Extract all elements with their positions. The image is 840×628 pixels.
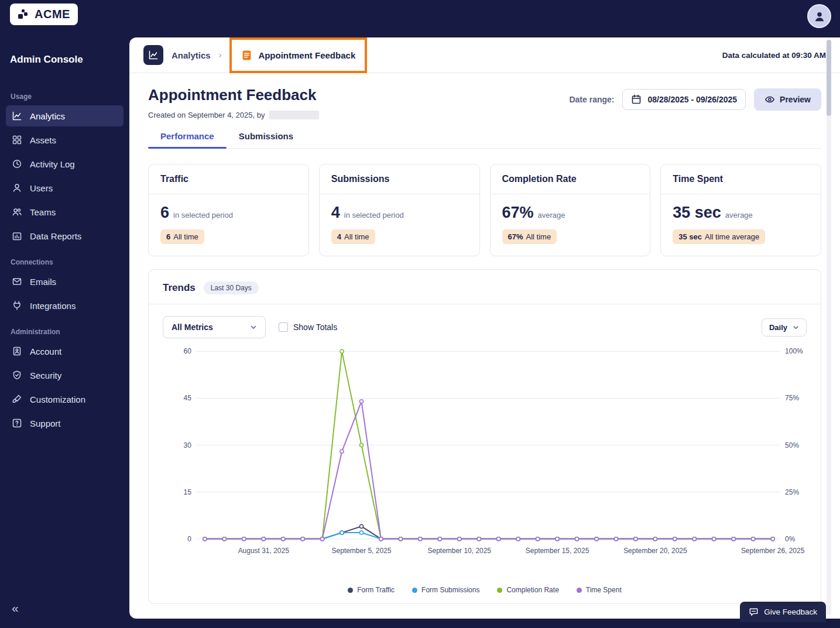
stat-badge: 4All time — [331, 229, 375, 244]
chevron-down-icon — [793, 324, 799, 331]
stat-value: 67% — [502, 204, 534, 222]
svg-text:60: 60 — [183, 347, 191, 355]
legend-label: Time Spent — [586, 586, 622, 594]
sidebar-item-label: Emails — [30, 277, 56, 287]
tab-submissions[interactable]: Submissions — [227, 131, 306, 148]
stat-value: 4 — [331, 204, 340, 222]
breadcrumb-highlight-box: Appointment Feedback — [229, 37, 367, 73]
acme-logo-text: ACME — [35, 8, 70, 21]
redacted-author — [269, 111, 319, 119]
stat-cards: Traffic 6 in selected period 6All time S… — [148, 164, 821, 256]
sidebar-item-users[interactable]: Users — [6, 177, 124, 198]
trends-title: Trends — [163, 282, 196, 294]
sidebar-item-assets[interactable]: Assets — [6, 129, 124, 150]
svg-text:100%: 100% — [785, 347, 803, 355]
legend-label: Form Submissions — [421, 586, 479, 594]
legend-item[interactable]: Form Submissions — [412, 586, 479, 594]
sidebar-item-analytics[interactable]: Analytics — [6, 105, 124, 126]
give-feedback-button[interactable]: Give Feedback — [740, 602, 826, 622]
svg-text:0%: 0% — [785, 535, 796, 543]
sidebar-item-label: Integrations — [30, 301, 76, 311]
svg-text:September 5, 2025: September 5, 2025 — [331, 547, 391, 555]
svg-text:45: 45 — [183, 394, 191, 402]
sidebar-item-label: Activity Log — [30, 159, 75, 169]
stat-caption: average — [538, 211, 565, 219]
legend-dot-icon — [577, 588, 582, 593]
metrics-dropdown-value: All Metrics — [172, 322, 213, 332]
sidebar-item-support[interactable]: Support — [6, 413, 124, 434]
history-clock-icon — [12, 159, 22, 169]
person-icon — [813, 10, 826, 23]
show-totals-toggle[interactable]: Show Totals — [279, 322, 337, 332]
sidebar-item-customization[interactable]: Customization — [6, 389, 124, 410]
analytics-tile[interactable] — [143, 45, 163, 65]
interval-dropdown[interactable]: Daily — [762, 318, 807, 337]
stat-title: Submissions — [320, 164, 479, 194]
date-range-value: 08/28/2025 - 09/26/2025 — [647, 95, 737, 104]
sidebar-item-label: Security — [30, 370, 61, 380]
legend-label: Completion Rate — [506, 586, 558, 594]
legend-dot-icon — [497, 588, 502, 593]
svg-text:September 10, 2025: September 10, 2025 — [427, 547, 491, 555]
sidebar-item-label: Data Reports — [30, 231, 81, 241]
show-totals-checkbox[interactable] — [279, 322, 288, 332]
user-icon — [12, 183, 22, 193]
breadcrumb-separator: › — [219, 50, 222, 60]
stat-title: Traffic — [149, 164, 308, 194]
main-panel: Analytics › Appointment Feedback Data ca… — [129, 37, 840, 619]
chevron-down-icon — [250, 324, 257, 331]
legend-item[interactable]: Form Traffic — [348, 586, 395, 594]
preview-button-label: Preview — [780, 95, 811, 104]
plug-icon — [12, 300, 22, 311]
legend-label: Form Traffic — [357, 586, 395, 594]
sidebar-item-emails[interactable]: Emails — [6, 271, 124, 292]
preview-button[interactable]: Preview — [754, 88, 821, 111]
date-range-label: Date range: — [569, 95, 614, 104]
users-group-icon — [12, 207, 22, 217]
sidebar-item-activity-log[interactable]: Activity Log — [6, 153, 124, 174]
sidebar-item-label: Support — [30, 418, 61, 428]
sidebar-collapse-button[interactable]: « — [12, 601, 19, 615]
created-text: Created on September 4, 2025, by — [148, 111, 265, 119]
stat-card-traffic: Traffic 6 in selected period 6All time — [148, 164, 309, 256]
metrics-dropdown[interactable]: All Metrics — [163, 316, 266, 338]
grid-icon — [12, 135, 22, 145]
sidebar-item-label: Account — [30, 346, 61, 356]
stat-caption: in selected period — [344, 211, 404, 219]
stat-badge: 35 secAll time average — [673, 229, 765, 244]
sidebar-item-label: Assets — [30, 135, 56, 145]
breadcrumb-current[interactable]: Appointment Feedback — [258, 50, 355, 60]
legend-item[interactable]: Completion Rate — [497, 586, 558, 594]
stat-card-time-spent: Time Spent 35 sec average 35 secAll time… — [660, 164, 821, 256]
tab-bar: Performance Submissions — [148, 131, 821, 149]
breadcrumb-analytics-link[interactable]: Analytics — [172, 50, 211, 60]
sidebar-item-data-reports[interactable]: Data Reports — [6, 225, 124, 246]
sidebar-item-integrations[interactable]: Integrations — [6, 295, 124, 316]
legend-item[interactable]: Time Spent — [577, 586, 622, 594]
stat-badge: 67%All time — [502, 229, 557, 244]
form-document-icon — [241, 50, 252, 61]
trends-period-pill: Last 30 Days — [204, 282, 259, 294]
nav-section-administration: Administration — [11, 328, 119, 336]
tab-performance[interactable]: Performance — [148, 131, 227, 148]
acme-logo-icon — [18, 9, 30, 20]
scrollbar-thumb[interactable] — [827, 40, 831, 116]
user-avatar[interactable] — [807, 4, 831, 28]
help-icon — [12, 418, 22, 428]
sidebar-item-security[interactable]: Security — [6, 365, 124, 386]
calendar-icon — [631, 94, 642, 105]
trends-card: Trends Last 30 Days All Metrics Show Tot… — [148, 269, 821, 604]
scrollbar-track[interactable] — [827, 40, 831, 615]
feedback-bubble-icon — [749, 607, 759, 617]
stat-value: 6 — [160, 204, 169, 222]
svg-text:September 26, 2025: September 26, 2025 — [740, 547, 804, 555]
chart-line-icon — [12, 111, 22, 121]
svg-text:August 31, 2025: August 31, 2025 — [238, 547, 289, 555]
date-range-input[interactable]: 08/28/2025 - 09/26/2025 — [622, 89, 746, 110]
legend-dot-icon — [348, 588, 353, 593]
sidebar-item-account[interactable]: Account — [6, 341, 124, 362]
sidebar-item-teams[interactable]: Teams — [6, 201, 124, 222]
sidebar: ACME Admin Console Usage Analytics Asset… — [0, 0, 129, 628]
acme-logo[interactable]: ACME — [10, 4, 78, 25]
stat-title: Completion Rate — [491, 164, 650, 194]
